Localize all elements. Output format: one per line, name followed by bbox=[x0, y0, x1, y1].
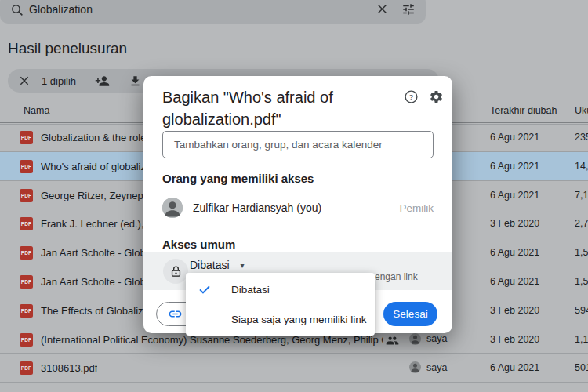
help-icon[interactable]: ? bbox=[404, 89, 419, 104]
search-bar[interactable]: Globalization bbox=[0, 0, 426, 24]
people-with-access-heading: Orang yang memiliki akses bbox=[162, 172, 314, 185]
modified-date: 6 Agu 2021 bbox=[490, 276, 539, 287]
add-people-placeholder: Tambahkan orang, grup, dan acara kalende… bbox=[174, 139, 383, 151]
modified-date: 6 Agu 2021 bbox=[490, 247, 539, 258]
menu-item-restricted[interactable]: Dibatasi bbox=[186, 274, 375, 304]
owner-photo-avatar bbox=[162, 198, 183, 218]
page-title: Hasil penelusuran bbox=[8, 40, 127, 57]
owner-avatar bbox=[409, 333, 421, 345]
access-dropdown-trigger[interactable]: Dibatasi ▾ bbox=[190, 259, 245, 271]
pdf-file-icon: PDF bbox=[20, 361, 33, 375]
gear-icon[interactable] bbox=[429, 89, 444, 104]
clear-search-icon[interactable] bbox=[376, 2, 389, 16]
pdf-file-icon: PDF bbox=[20, 246, 33, 260]
pdf-file-icon: PDF bbox=[20, 304, 33, 318]
owner-cell: saya bbox=[409, 333, 447, 345]
file-size: 7,1 M bbox=[575, 190, 588, 201]
pdf-file-icon: PDF bbox=[20, 189, 33, 202]
file-name: 3108613.pdf bbox=[41, 362, 97, 374]
owner-label: saya bbox=[426, 362, 447, 373]
menu-item-label: Dibatasi bbox=[231, 284, 270, 296]
file-size: 1,1 M bbox=[575, 334, 588, 345]
owner-cell: saya bbox=[409, 361, 447, 373]
file-size: 14,7 bbox=[575, 161, 588, 172]
link-icon bbox=[168, 307, 183, 321]
column-header-size[interactable]: Uku bbox=[575, 105, 588, 116]
modified-date: 6 Agu 2021 bbox=[490, 362, 539, 373]
file-size: 594 bbox=[575, 305, 588, 316]
dialog-title: Bagikan "Who's afraid of globalization.p… bbox=[162, 86, 386, 130]
menu-item-label: Siapa saja yang memiliki link bbox=[231, 314, 367, 325]
file-size: 235 bbox=[575, 132, 588, 143]
file-size: 1,5 bbox=[575, 276, 588, 287]
search-options-icon[interactable] bbox=[401, 2, 416, 16]
access-dropdown-menu: Dibatasi Siapa saja yang memiliki link bbox=[186, 273, 375, 336]
shared-people-icon bbox=[386, 334, 399, 347]
check-icon bbox=[198, 282, 212, 296]
modified-date: 6 Agu 2021 bbox=[490, 132, 539, 143]
search-input[interactable]: Globalization bbox=[29, 3, 93, 16]
add-people-input[interactable]: Tambahkan orang, grup, dan acara kalende… bbox=[162, 131, 434, 158]
access-subtitle: engan link bbox=[375, 271, 418, 282]
download-icon[interactable] bbox=[129, 74, 142, 88]
close-selection-icon[interactable] bbox=[18, 74, 31, 87]
modified-date: 6 Agu 2021 bbox=[490, 190, 539, 201]
owner-label: saya bbox=[426, 333, 447, 344]
owner-row: Zulfikar Hardiansyah (you) Pemilik bbox=[162, 194, 434, 222]
pdf-file-icon: PDF bbox=[20, 217, 33, 230]
file-size: 1,5 bbox=[575, 247, 588, 258]
access-value: Dibatasi bbox=[190, 259, 230, 271]
owner-role: Pemilik bbox=[399, 202, 434, 214]
table-row[interactable]: PDF 3108613.pdf saya 6 Agu 2021 501 bbox=[0, 354, 588, 383]
modified-date: 3 Feb 2020 bbox=[490, 334, 539, 345]
share-add-person-icon[interactable] bbox=[95, 74, 110, 89]
menu-item-anyone-with-link[interactable]: Siapa saja yang memiliki link bbox=[186, 304, 375, 334]
modified-date: 6 Agu 2021 bbox=[490, 161, 539, 172]
column-header-name[interactable]: Nama bbox=[24, 105, 49, 116]
general-access-heading: Akses umum bbox=[162, 238, 235, 251]
column-header-modified[interactable]: Terakhir diubah bbox=[490, 105, 557, 116]
pdf-file-icon: PDF bbox=[20, 333, 33, 347]
pdf-file-icon: PDF bbox=[20, 131, 33, 144]
owner-avatar bbox=[409, 361, 421, 373]
file-size: 2,7 bbox=[575, 218, 588, 229]
selection-count: 1 dipilih bbox=[42, 75, 76, 87]
owner-name: Zulfikar Hardiansyah (you) bbox=[193, 201, 321, 214]
pdf-file-icon: PDF bbox=[20, 160, 33, 173]
lock-icon bbox=[163, 259, 188, 284]
file-size: 501 bbox=[575, 362, 588, 373]
done-button[interactable]: Selesai bbox=[383, 302, 437, 326]
search-icon bbox=[10, 3, 24, 17]
modified-date: 3 Feb 2020 bbox=[490, 305, 539, 316]
pdf-file-icon: PDF bbox=[20, 275, 33, 289]
svg-text:?: ? bbox=[409, 93, 413, 101]
modified-date: 3 Feb 2020 bbox=[490, 218, 539, 229]
drive-search-window: Globalization Hasil penelusuran 1 dipili… bbox=[0, 0, 588, 392]
caret-down-icon: ▾ bbox=[241, 261, 245, 270]
